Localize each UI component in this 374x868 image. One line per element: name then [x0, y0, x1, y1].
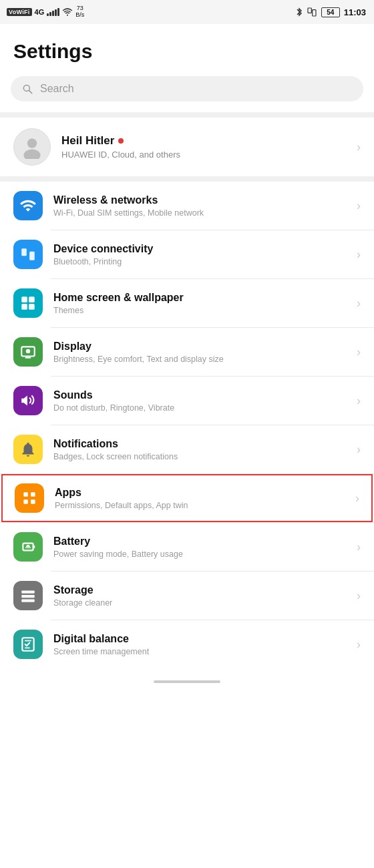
- sounds-text: Sounds Do not disturb, Ringtone, Vibrate: [53, 389, 346, 413]
- storage-title: Storage: [53, 584, 346, 596]
- svg-marker-15: [21, 395, 27, 405]
- signal-bars: [47, 8, 59, 16]
- sounds-title: Sounds: [53, 389, 346, 401]
- apps-text: Apps Permissions, Default apps, App twin: [55, 487, 345, 510]
- profile-name-row: Heil Hitler: [61, 134, 346, 148]
- display-text: Display Brightness, Eye comfort, Text an…: [53, 341, 346, 364]
- svg-rect-6: [21, 248, 27, 256]
- svg-rect-17: [31, 492, 35, 497]
- svg-rect-1: [312, 10, 315, 16]
- wireless-title: Wireless & networks: [53, 194, 346, 206]
- page-title: Settings: [13, 40, 361, 63]
- device-icon: [307, 7, 317, 17]
- bar5: [57, 8, 59, 16]
- profile-subtitle: HUAWEI ID, Cloud, and others: [61, 150, 346, 160]
- sounds-chevron: ›: [357, 394, 361, 408]
- section-divider: [0, 112, 374, 118]
- battery-title: Battery: [53, 535, 346, 548]
- settings-item-homescreen[interactable]: Home screen & wallpaper Themes ›: [0, 279, 374, 327]
- settings-item-sounds[interactable]: Sounds Do not disturb, Ringtone, Vibrate…: [0, 377, 374, 425]
- battery-chevron: ›: [357, 540, 361, 554]
- notifications-subtitle: Badges, Lock screen notifications: [53, 452, 346, 461]
- battery-subtitle: Power saving mode, Battery usage: [53, 550, 346, 559]
- sounds-subtitle: Do not disturb, Ringtone, Vibrate: [53, 403, 346, 413]
- settings-item-battery[interactable]: Battery Power saving mode, Battery usage…: [0, 523, 374, 571]
- battery-icon-bg: [13, 532, 43, 562]
- profile-chevron: ›: [357, 140, 361, 154]
- signal-4g: 4G: [35, 8, 45, 16]
- wireless-subtitle: Wi-Fi, Dual SIM settings, Mobile network: [53, 208, 346, 218]
- settings-item-device[interactable]: Device connectivity Bluetooth, Printing …: [0, 230, 374, 278]
- profile-divider: [0, 176, 374, 182]
- bar3: [52, 11, 54, 16]
- wireless-icon-bg: [13, 191, 43, 220]
- svg-rect-7: [29, 252, 35, 260]
- device-text: Device connectivity Bluetooth, Printing: [53, 243, 346, 266]
- battery-text: Battery Power saving mode, Battery usage: [53, 535, 346, 559]
- settings-item-notifications[interactable]: Notifications Badges, Lock screen notifi…: [0, 425, 374, 473]
- digitalbalance-subtitle: Screen time management: [53, 647, 346, 656]
- svg-rect-0: [308, 8, 311, 13]
- storage-text: Storage Storage cleaner: [53, 584, 346, 608]
- apps-subtitle: Permissions, Default apps, App twin: [55, 501, 345, 510]
- settings-item-storage[interactable]: Storage Storage cleaner ›: [0, 572, 374, 620]
- device-chevron: ›: [357, 248, 361, 262]
- homescreen-icon-bg: [13, 288, 43, 318]
- search-placeholder: Search: [40, 83, 74, 95]
- storage-subtitle: Storage cleaner: [53, 598, 346, 608]
- bluetooth-icon: [296, 7, 303, 17]
- notifications-icon: [19, 441, 37, 458]
- svg-rect-18: [23, 499, 28, 504]
- display-subtitle: Brightness, Eye comfort, Text and displa…: [53, 355, 346, 364]
- bar1: [47, 13, 49, 16]
- display-title: Display: [53, 341, 346, 353]
- svg-rect-13: [25, 357, 31, 359]
- apps-title: Apps: [55, 487, 345, 499]
- status-right: 54 11:03: [296, 7, 366, 17]
- page-header: Settings: [0, 24, 374, 71]
- battery-settings-icon: [19, 538, 37, 556]
- sounds-icon: [19, 392, 37, 409]
- wifi-settings-icon: [19, 197, 37, 214]
- svg-point-4: [27, 138, 37, 148]
- sounds-icon-bg: [13, 386, 43, 415]
- device-connectivity-icon: [19, 246, 37, 263]
- wireless-text: Wireless & networks Wi-Fi, Dual SIM sett…: [53, 194, 346, 218]
- svg-rect-8: [21, 296, 27, 302]
- settings-item-wireless[interactable]: Wireless & networks Wi-Fi, Dual SIM sett…: [0, 182, 374, 230]
- svg-rect-23: [21, 590, 35, 593]
- notifications-title: Notifications: [53, 438, 346, 450]
- profile-row[interactable]: Heil Hitler HUAWEI ID, Cloud, and others…: [0, 118, 374, 176]
- homescreen-icon: [19, 294, 37, 312]
- homescreen-text: Home screen & wallpaper Themes: [53, 292, 346, 315]
- svg-rect-21: [33, 546, 35, 548]
- device-icon-bg: [13, 240, 43, 269]
- home-button-area: [0, 668, 374, 696]
- digitalbalance-icon: [19, 636, 37, 653]
- search-bar[interactable]: Search: [11, 76, 363, 101]
- homescreen-chevron: ›: [357, 296, 361, 310]
- settings-item-display[interactable]: Display Brightness, Eye comfort, Text an…: [0, 328, 374, 376]
- svg-point-2: [23, 85, 29, 91]
- svg-rect-10: [21, 304, 27, 310]
- home-button[interactable]: [154, 680, 220, 683]
- network-speed: 73B/s: [75, 5, 84, 19]
- wireless-chevron: ›: [357, 199, 361, 213]
- storage-icon-bg: [13, 581, 43, 610]
- settings-item-apps[interactable]: Apps Permissions, Default apps, App twin…: [1, 474, 373, 522]
- notifications-text: Notifications Badges, Lock screen notifi…: [53, 438, 346, 461]
- svg-rect-24: [21, 595, 35, 598]
- digitalbalance-title: Digital balance: [53, 633, 346, 645]
- profile-info: Heil Hitler HUAWEI ID, Cloud, and others: [61, 134, 346, 160]
- settings-list: Wireless & networks Wi-Fi, Dual SIM sett…: [0, 182, 374, 668]
- digitalbalance-text: Digital balance Screen time management: [53, 633, 346, 656]
- svg-point-5: [23, 150, 40, 159]
- bar4: [55, 9, 57, 16]
- storage-chevron: ›: [357, 589, 361, 603]
- device-subtitle: Bluetooth, Printing: [53, 257, 346, 266]
- settings-item-digitalbalance[interactable]: Digital balance Screen time management ›: [0, 620, 374, 668]
- display-icon-bg: [13, 337, 43, 367]
- device-title: Device connectivity: [53, 243, 346, 255]
- status-bar: VoWiFi 4G 73B/s 54 11:03: [0, 0, 374, 24]
- avatar: [13, 128, 51, 166]
